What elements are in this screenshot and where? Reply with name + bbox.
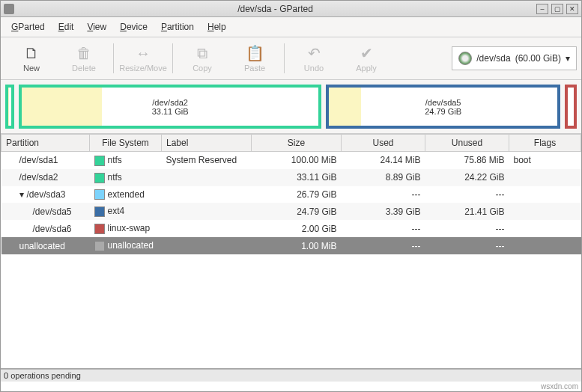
label-cell	[162, 186, 252, 203]
disk-icon	[458, 52, 472, 65]
table-row[interactable]: ▾/dev/sda3extended26.79 GiB------	[1, 186, 581, 203]
table-row[interactable]: /dev/sda6linux-swap2.00 GiB------	[1, 220, 581, 237]
resize-button[interactable]: ↔Resize/Move	[117, 39, 169, 78]
menu-edit[interactable]: Edit	[54, 20, 79, 34]
col-flags[interactable]: Flags	[509, 135, 581, 152]
paste-icon: 📋	[246, 44, 264, 62]
fs-swatch	[94, 241, 105, 251]
delete-button[interactable]: 🗑Delete	[58, 39, 110, 78]
size-cell: 2.00 GiB	[252, 220, 342, 237]
used-cell: ---	[342, 220, 425, 237]
fs-name: ntfs	[108, 172, 122, 183]
fs-name: ntfs	[108, 155, 122, 165]
close-button[interactable]: ✕	[566, 4, 578, 14]
label-cell	[162, 220, 252, 237]
watermark: wsxdn.com	[1, 382, 581, 391]
size-cell: 100.00 MiB	[252, 152, 342, 169]
col-partition[interactable]: Partition	[1, 135, 90, 152]
menu-view[interactable]: View	[82, 20, 111, 34]
flags-cell: boot	[509, 152, 581, 169]
check-icon: ✔	[360, 44, 373, 62]
unused-cell: 75.86 MiB	[425, 152, 509, 169]
col-unused[interactable]: Unused	[425, 135, 509, 152]
device-selector[interactable]: /dev/sda (60.00 GiB) ▾	[452, 46, 577, 70]
new-button[interactable]: 🗋New	[5, 39, 58, 78]
table-header: Partition File System Label Size Used Un…	[1, 135, 581, 152]
label-cell	[162, 237, 252, 254]
copy-icon: ⧉	[197, 45, 207, 62]
toolbar: 🗋New 🗑Delete ↔Resize/Move ⧉Copy 📋Paste ↶…	[1, 37, 581, 80]
fs-swatch	[94, 173, 105, 183]
menubar: GParted Edit View Device Partition Help	[1, 17, 581, 37]
paste-button[interactable]: 📋Paste	[228, 39, 281, 78]
used-cell: ---	[342, 186, 425, 203]
app-icon	[4, 4, 14, 14]
chevron-down-icon: ▾	[566, 53, 570, 64]
block-sda5[interactable]: /dev/sda524.79 GiB	[326, 85, 560, 129]
menu-partition[interactable]: Partition	[157, 20, 198, 34]
fs-name: unallocated	[108, 240, 154, 251]
size-cell: 33.11 GiB	[252, 169, 342, 186]
table-row[interactable]: /dev/sda5ext424.79 GiB3.39 GiB21.41 GiB	[1, 203, 581, 220]
device-name: /dev/sda	[476, 53, 510, 64]
col-size[interactable]: Size	[252, 135, 342, 152]
size-cell: 1.00 MiB	[252, 237, 342, 254]
col-fs[interactable]: File System	[90, 135, 162, 152]
unused-cell: ---	[425, 186, 509, 203]
expander-icon[interactable]: ▾	[19, 189, 27, 200]
unused-cell: ---	[425, 220, 509, 237]
menu-help[interactable]: Help	[203, 20, 231, 34]
used-cell: 24.14 MiB	[342, 152, 425, 169]
menu-gparted[interactable]: GParted	[7, 20, 49, 34]
flags-cell	[509, 169, 581, 186]
apply-button[interactable]: ✔Apply	[340, 39, 392, 78]
menu-device[interactable]: Device	[115, 20, 152, 34]
copy-button[interactable]: ⧉Copy	[176, 39, 228, 78]
file-icon: 🗋	[24, 45, 39, 62]
used-cell: 8.89 GiB	[342, 169, 425, 186]
resize-icon: ↔	[136, 45, 151, 62]
label-cell	[162, 203, 252, 220]
col-label[interactable]: Label	[162, 135, 252, 152]
partition-name: /dev/sda6	[6, 224, 72, 234]
flags-cell	[509, 220, 581, 237]
size-cell: 26.79 GiB	[252, 186, 342, 203]
partition-name: unallocated	[6, 241, 65, 251]
label-cell: System Reserved	[162, 152, 252, 169]
flags-cell	[509, 237, 581, 254]
device-size: (60.00 GiB)	[515, 53, 561, 64]
undo-icon: ↶	[308, 44, 321, 62]
col-used[interactable]: Used	[342, 135, 425, 152]
undo-button[interactable]: ↶Undo	[288, 39, 340, 78]
label-cell	[162, 169, 252, 186]
table-row[interactable]: /dev/sda1ntfsSystem Reserved100.00 MiB24…	[1, 152, 581, 169]
partition-map: /dev/sda233.11 GiB /dev/sda524.79 GiB	[1, 80, 581, 134]
maximize-button[interactable]: ▢	[551, 4, 563, 14]
partition-name: /dev/sda2	[6, 172, 58, 183]
minimize-button[interactable]: –	[536, 4, 548, 14]
unused-cell: 24.22 GiB	[425, 169, 509, 186]
fs-swatch	[94, 224, 105, 234]
partition-name: /dev/sda1	[6, 155, 58, 165]
fs-name: linux-swap	[108, 223, 151, 233]
flags-cell	[509, 186, 581, 203]
separator	[172, 43, 173, 73]
fs-name: ext4	[108, 206, 125, 216]
fs-swatch	[94, 156, 105, 166]
partition-name: ▾/dev/sda3	[6, 189, 66, 200]
block-sda1[interactable]	[5, 85, 14, 129]
unused-cell: 21.41 GiB	[425, 203, 509, 220]
block-sda6[interactable]	[565, 85, 577, 129]
table-row[interactable]: unallocatedunallocated1.00 MiB------	[1, 237, 581, 254]
titlebar: /dev/sda - GParted – ▢ ✕	[1, 1, 581, 17]
trash-icon: 🗑	[76, 45, 91, 62]
used-cell: ---	[342, 237, 425, 254]
partition-table: Partition File System Label Size Used Un…	[1, 134, 581, 369]
separator	[284, 43, 285, 73]
size-cell: 24.79 GiB	[252, 203, 342, 220]
block-sda2[interactable]: /dev/sda233.11 GiB	[19, 85, 321, 129]
unused-cell: ---	[425, 237, 509, 254]
flags-cell	[509, 203, 581, 220]
fs-swatch	[94, 189, 105, 200]
table-row[interactable]: /dev/sda2ntfs33.11 GiB8.89 GiB24.22 GiB	[1, 169, 581, 186]
